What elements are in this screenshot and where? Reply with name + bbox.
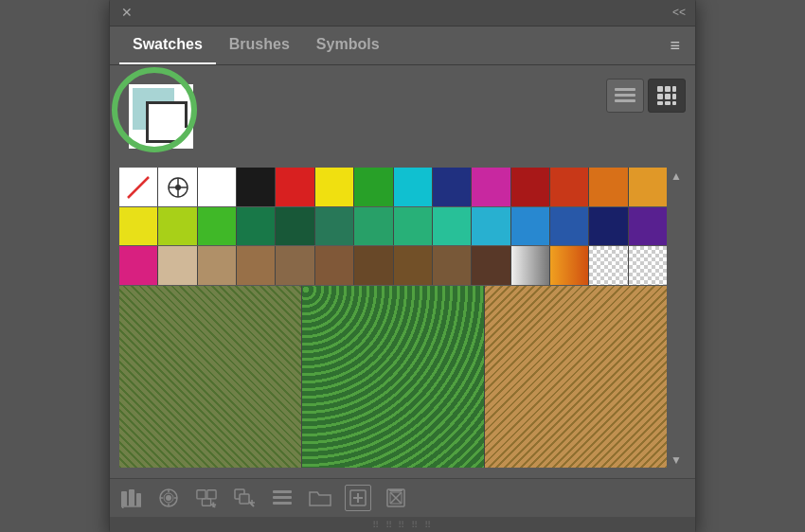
swatch-red[interactable]	[276, 168, 313, 205]
swatches-panel: ✕ << Swatches Brushes Symbols ≡	[109, 0, 696, 532]
svg-rect-6	[665, 86, 671, 92]
svg-rect-5	[657, 86, 663, 92]
drag-handle[interactable]: ⠿ ⠿ ⠿ ⠿ ⠿	[110, 517, 695, 532]
swatch-pattern3[interactable]	[485, 286, 667, 468]
swatch-dk-blue[interactable]	[589, 207, 627, 245]
swatch-row-2	[119, 207, 667, 245]
swatch-lt-green[interactable]	[198, 207, 236, 245]
svg-rect-40	[273, 490, 292, 493]
swatch-orange-red[interactable]	[550, 168, 588, 205]
bottom-toolbar	[110, 478, 695, 517]
svg-rect-3	[615, 94, 635, 97]
green-circle-indicator	[112, 67, 197, 152]
tab-brushes[interactable]: Brushes	[216, 27, 303, 64]
svg-rect-10	[672, 94, 676, 99]
swatch-dk-brown[interactable]	[354, 246, 392, 284]
swatch-row-1	[119, 168, 667, 205]
svg-rect-8	[657, 94, 663, 99]
swatch-brown[interactable]	[315, 246, 353, 284]
svg-rect-12	[665, 101, 671, 105]
delete-swatch-button[interactable]	[383, 485, 409, 511]
svg-rect-50	[389, 489, 402, 491]
swatch-lt-blue[interactable]	[511, 207, 549, 245]
swatch-teal2[interactable]	[394, 207, 432, 245]
svg-rect-19	[121, 491, 127, 506]
swatch-black[interactable]	[237, 168, 275, 205]
swatch-sky-blue[interactable]	[472, 207, 510, 245]
swatch-dk-mocha[interactable]	[472, 246, 510, 284]
swatch-yellow[interactable]	[315, 168, 353, 205]
svg-rect-30	[197, 489, 206, 498]
swatch-libraries-button[interactable]	[117, 485, 144, 511]
swatch-teal[interactable]	[354, 207, 392, 245]
swatch-green2[interactable]	[315, 207, 353, 245]
view-buttons	[606, 79, 686, 113]
swatch-white[interactable]	[198, 168, 236, 205]
swatch-yellow-green[interactable]	[158, 207, 196, 245]
svg-rect-7	[672, 86, 676, 92]
svg-line-14	[128, 177, 149, 198]
swatch-tan[interactable]	[198, 246, 236, 284]
swatch-purple[interactable]	[629, 207, 667, 245]
swatch-mocha[interactable]	[433, 246, 471, 284]
swatch-preview-wrap	[119, 75, 205, 160]
swatch-gray-gradient[interactable]	[511, 246, 549, 284]
new-swatch-button[interactable]	[231, 485, 258, 511]
svg-rect-31	[207, 489, 216, 498]
swatch-row-4	[119, 286, 667, 468]
content-area: ▲ ▼	[110, 65, 695, 477]
svg-rect-2	[615, 88, 635, 91]
svg-rect-4	[615, 99, 635, 102]
swatch-pattern2[interactable]	[302, 286, 484, 468]
new-color-group-button[interactable]	[193, 485, 220, 511]
tabs-row: Swatches Brushes Symbols ≡	[110, 27, 695, 65]
swatch-lt-teal[interactable]	[433, 207, 471, 245]
svg-rect-13	[672, 101, 676, 105]
grid-view-button[interactable]	[648, 79, 686, 113]
scroll-down-button[interactable]: ▼	[671, 453, 682, 467]
swatch-brown2[interactable]	[394, 246, 432, 284]
swatch-checkered2[interactable]	[629, 246, 667, 284]
swatch-cyan[interactable]	[394, 168, 432, 205]
swatch-lt-orange[interactable]	[629, 168, 667, 205]
swatch-lt-tan[interactable]	[158, 246, 196, 284]
svg-rect-11	[657, 101, 663, 105]
swatch-pattern1[interactable]	[119, 286, 301, 468]
svg-rect-41	[273, 496, 292, 499]
swatch-orange[interactable]	[589, 168, 627, 205]
tab-symbols[interactable]: Symbols	[303, 27, 393, 64]
swatch-magenta[interactable]	[472, 168, 510, 205]
swatch-teal-green[interactable]	[237, 207, 275, 245]
svg-rect-21	[136, 493, 141, 506]
swatch-checkered1[interactable]	[589, 246, 627, 284]
add-swatch-button[interactable]	[345, 485, 371, 511]
swatch-dk-green[interactable]	[276, 207, 313, 245]
edit-colors-button[interactable]	[155, 485, 182, 511]
swatches-area: ▲ ▼	[119, 168, 686, 468]
swatch-hot-pink[interactable]	[119, 246, 157, 284]
swatch-yellow2[interactable]	[119, 207, 157, 245]
swatch-none[interactable]	[119, 168, 157, 205]
swatch-green[interactable]	[354, 168, 392, 205]
swatch-brown-tan[interactable]	[276, 246, 313, 284]
list-view-button[interactable]	[606, 79, 644, 113]
swatch-row-3	[119, 246, 667, 284]
swatch-dk-tan[interactable]	[237, 246, 275, 284]
collapse-button[interactable]: <<	[672, 6, 686, 19]
svg-rect-32	[202, 498, 210, 505]
close-button[interactable]: ✕	[119, 5, 134, 20]
swatch-blue2[interactable]	[550, 207, 588, 245]
swatch-dark-red[interactable]	[511, 168, 549, 205]
svg-point-24	[166, 495, 171, 501]
swatch-registration[interactable]	[158, 168, 196, 205]
svg-rect-36	[240, 494, 249, 504]
swatches-grid-container	[119, 168, 667, 468]
swatch-blue[interactable]	[433, 168, 471, 205]
swatch-orange-gradient[interactable]	[550, 246, 588, 284]
open-folder-button[interactable]	[307, 485, 333, 511]
svg-rect-42	[273, 502, 292, 505]
swatch-options-button[interactable]	[269, 485, 295, 511]
tab-swatches[interactable]: Swatches	[119, 27, 216, 64]
panel-menu-icon[interactable]: ≡	[664, 30, 686, 62]
scroll-up-button[interactable]: ▲	[671, 169, 682, 183]
